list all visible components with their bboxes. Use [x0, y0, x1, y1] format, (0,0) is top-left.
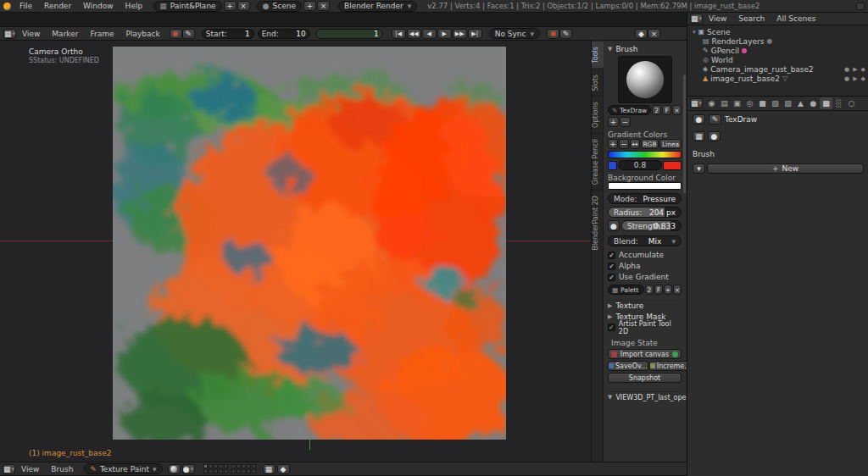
texture-type-icon[interactable]: ▦: [693, 131, 705, 141]
timeline-editor-type-button[interactable]: ▦▾: [3, 29, 16, 39]
artist-paint-tool-panel-header[interactable]: ✓ Artist Paint Tool 2D: [608, 322, 682, 333]
paint-canvas[interactable]: [113, 47, 506, 440]
stop-position-field[interactable]: 0.8: [618, 160, 662, 170]
delete-scene-button[interactable]: ×: [317, 1, 330, 11]
use-gradient-checkbox-row[interactable]: ✓ Use Gradient: [608, 272, 682, 282]
timeline-menu-playback[interactable]: Playback: [120, 30, 166, 38]
timeline-menu-frame[interactable]: Frame: [84, 30, 120, 38]
alpha-checkbox[interactable]: ✓: [608, 263, 615, 270]
keying-set-button[interactable]: ✎: [182, 29, 195, 39]
tab-modifiers[interactable]: ▨: [782, 97, 794, 109]
outliner-editor-type-button[interactable]: ▦▾: [690, 14, 703, 24]
tab-material[interactable]: ●: [807, 97, 820, 109]
artist-tool-checkbox[interactable]: ✓: [608, 324, 615, 331]
tab-grease-pencil[interactable]: Grease Pencil: [592, 133, 604, 190]
strength-slider[interactable]: Strength: 0.833: [621, 220, 682, 231]
outliner-item-world[interactable]: ◎ World: [687, 55, 868, 64]
menu-file[interactable]: File: [14, 2, 38, 10]
tab-render-layers[interactable]: ▤: [718, 97, 731, 109]
renderability-icon[interactable]: ◆: [861, 75, 865, 82]
selectability-icon[interactable]: ▶: [853, 75, 857, 82]
add-screen-button[interactable]: +: [224, 1, 236, 11]
texture-color-icon[interactable]: ●: [708, 131, 721, 141]
render-engine-selector[interactable]: Blender Render ▾: [338, 1, 417, 12]
viewport-3d[interactable]: Camera Ortho SStatus: UNDEFINED (1) imag…: [0, 41, 687, 462]
new-texture-button[interactable]: + New: [707, 163, 864, 174]
pressure-sensitivity-icon[interactable]: ●: [608, 220, 620, 231]
tab-object-data[interactable]: ▲: [794, 97, 807, 109]
tab-slots[interactable]: Slots: [592, 69, 604, 97]
outliner-display-mode[interactable]: All Scenes: [771, 14, 821, 23]
pivot-point-button[interactable]: ●▾: [182, 464, 195, 474]
tab-constraints[interactable]: ▧: [769, 97, 782, 109]
selectability-icon[interactable]: ▶: [853, 66, 857, 73]
delete-color-stop-button[interactable]: −: [619, 139, 629, 149]
previous-keyframe-button[interactable]: ◀◀: [407, 29, 421, 39]
end-frame-field[interactable]: End: 10: [258, 29, 310, 39]
brush-preview[interactable]: [618, 56, 672, 103]
alpha-checkbox-row[interactable]: ✓ Alpha: [608, 261, 682, 271]
size-mode-selector[interactable]: Mode: Pressure: [608, 193, 682, 204]
palette-add-button[interactable]: +: [664, 285, 672, 295]
tab-scene[interactable]: ▣: [731, 97, 743, 109]
gradient-colorband[interactable]: [608, 151, 682, 158]
color-mode-selector[interactable]: RGB: [641, 139, 659, 149]
outliner-menu-view[interactable]: View: [703, 14, 732, 23]
delete-screen-button[interactable]: ×: [237, 1, 250, 11]
fake-user-button[interactable]: F: [662, 105, 671, 115]
tab-object[interactable]: ■: [756, 97, 769, 109]
tab-render[interactable]: ◉: [705, 97, 718, 109]
outliner-item-scene[interactable]: ▾ ▣ Scene: [687, 27, 868, 36]
screen-layout-selector[interactable]: ▦ Paint&Plane: [153, 1, 222, 12]
palette-fake-user-button[interactable]: F: [654, 285, 663, 295]
brush-context-icon[interactable]: ✎: [709, 114, 721, 125]
outliner-item-renderlayers[interactable]: ▤ RenderLayers ●: [687, 36, 868, 46]
pin-icon[interactable]: ●: [693, 114, 705, 125]
last-operator-panel-header[interactable]: ▼ VIEW3D_PT_last_operator: [608, 391, 682, 402]
accumulate-checkbox-row[interactable]: ✓ Accumulate: [608, 250, 682, 260]
jump-to-end-button[interactable]: ▶|: [468, 29, 482, 39]
menu-help[interactable]: Help: [120, 2, 149, 10]
menu-render[interactable]: Render: [38, 2, 77, 10]
snapshot-button[interactable]: Snapshot: [608, 373, 682, 383]
tab-options[interactable]: Options: [592, 96, 604, 133]
save-incremental-button[interactable]: Increme...: [649, 361, 692, 371]
outliner-item-gpencil[interactable]: ✎ GPencil: [687, 46, 868, 55]
viewport-editor-type-button[interactable]: ▦▾: [3, 464, 15, 474]
brush-menu[interactable]: Brush: [45, 465, 79, 473]
tab-world[interactable]: ◎: [743, 97, 756, 109]
timeline-menu-view[interactable]: View: [16, 30, 46, 38]
stop-color-swatch[interactable]: [608, 161, 617, 170]
start-frame-field[interactable]: Start: 1: [202, 29, 254, 39]
brush-datablock-selector[interactable]: ✎ TexDraw: [608, 105, 651, 115]
texture-panel-header[interactable]: ▶ Texture: [608, 300, 682, 311]
tab-texture[interactable]: ▩: [820, 97, 832, 109]
use-gradient-checkbox[interactable]: ✓: [608, 274, 615, 281]
brush-users-count[interactable]: 2: [652, 105, 661, 115]
palette-selector[interactable]: ▦ Palett: [608, 285, 644, 295]
save-over-button[interactable]: SaveOv...: [608, 361, 648, 371]
radius-slider[interactable]: Radius: 204 px: [608, 207, 682, 218]
renderability-icon[interactable]: ◆: [861, 66, 865, 73]
auto-keyframe-button[interactable]: [547, 29, 559, 39]
layers-grid-right[interactable]: [231, 464, 256, 473]
timeline-menu-marker[interactable]: Marker: [46, 30, 84, 38]
add-color-stop-button[interactable]: +: [608, 139, 618, 149]
palette-unlink-button[interactable]: ×: [673, 285, 682, 295]
blender-logo-icon[interactable]: [3, 3, 11, 10]
properties-editor-type-button[interactable]: ▦▾: [690, 98, 703, 108]
play-button[interactable]: ▶: [437, 29, 452, 39]
add-scene-button[interactable]: +: [303, 1, 316, 11]
render-ogl-button[interactable]: ◆: [277, 464, 290, 474]
current-frame-field[interactable]: 1: [315, 29, 383, 39]
tab-particles[interactable]: ░: [832, 97, 845, 109]
keyingset-pencil-button[interactable]: ✎: [559, 29, 572, 39]
browse-texture-icon[interactable]: ▾: [693, 163, 705, 174]
play-reverse-button[interactable]: ◀: [422, 29, 437, 39]
visibility-eye-icon[interactable]: ●: [844, 75, 849, 82]
remove-brush-button[interactable]: −: [620, 117, 631, 127]
tab-tools[interactable]: Tools: [592, 41, 604, 69]
outliner-item-camera[interactable]: ◈ Camera_image_rust_base2 ● ▶ ◆: [687, 64, 868, 74]
tab-physics[interactable]: ○: [845, 97, 858, 109]
background-color-swatch[interactable]: [608, 182, 682, 190]
